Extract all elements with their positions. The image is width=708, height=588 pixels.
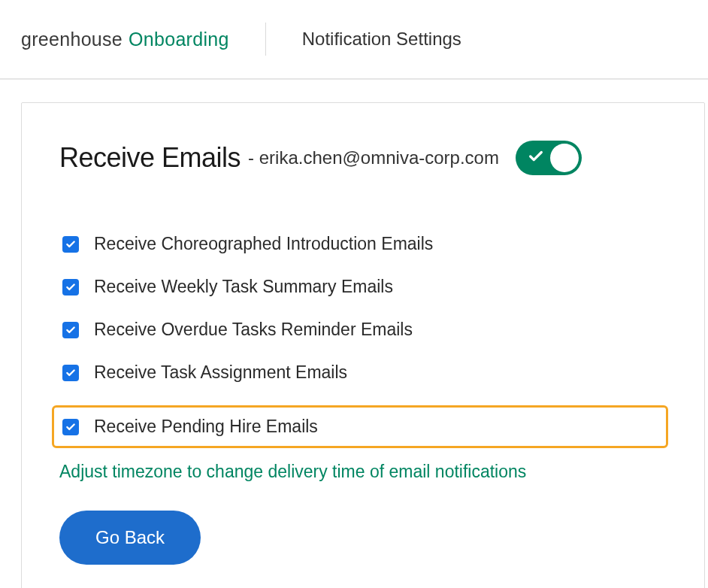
receive-emails-toggle[interactable] [516, 141, 582, 175]
card-title: Receive Emails [59, 142, 241, 174]
checkbox-row-choreographed: Receive Choreographed Introduction Email… [59, 234, 667, 254]
checkbox-overdue[interactable] [62, 322, 79, 338]
checkbox-assignment[interactable] [62, 365, 79, 381]
checkbox-label: Receive Pending Hire Emails [94, 417, 318, 437]
checkmark-icon [65, 368, 76, 378]
checkmark-icon [65, 239, 76, 250]
checkbox-label: Receive Choreographed Introduction Email… [94, 234, 433, 254]
checkmark-icon [65, 422, 76, 432]
go-back-button[interactable]: Go Back [59, 511, 201, 565]
content-area: Receive Emails - erika.chen@omniva-corp.… [0, 80, 708, 588]
page-title: Notification Settings [302, 29, 461, 50]
check-icon [528, 148, 544, 168]
checkbox-row-weekly: Receive Weekly Task Summary Emails [59, 277, 667, 297]
checkmark-icon [65, 325, 76, 335]
settings-card: Receive Emails - erika.chen@omniva-corp.… [21, 102, 705, 588]
email-address: erika.chen@omniva-corp.com [259, 147, 499, 168]
checkbox-label: Receive Weekly Task Summary Emails [94, 277, 393, 297]
card-email: - erika.chen@omniva-corp.com [248, 147, 499, 168]
checkbox-pending-hire[interactable] [62, 419, 79, 435]
card-header: Receive Emails - erika.chen@omniva-corp.… [59, 141, 667, 175]
email-prefix: - [248, 147, 259, 168]
checkbox-label: Receive Task Assignment Emails [94, 362, 347, 383]
checkbox-choreographed[interactable] [62, 236, 79, 253]
checkbox-label: Receive Overdue Tasks Reminder Emails [94, 320, 413, 340]
checkbox-row-overdue: Receive Overdue Tasks Reminder Emails [59, 320, 667, 340]
timezone-link[interactable]: Adjust timezone to change delivery time … [59, 462, 667, 482]
checkbox-weekly[interactable] [62, 279, 79, 296]
checkbox-list: Receive Choreographed Introduction Email… [59, 234, 667, 448]
header: greenhouse Onboarding Notification Setti… [0, 0, 708, 80]
logo-greenhouse-text: greenhouse [21, 29, 123, 50]
checkbox-row-pending-hire: Receive Pending Hire Emails [52, 405, 668, 448]
header-divider [265, 23, 266, 56]
logo-onboarding-text: Onboarding [129, 29, 229, 50]
checkmark-icon [65, 282, 76, 292]
logo: greenhouse Onboarding [21, 29, 229, 50]
checkbox-row-assignment: Receive Task Assignment Emails [59, 362, 667, 383]
toggle-knob [550, 144, 579, 172]
